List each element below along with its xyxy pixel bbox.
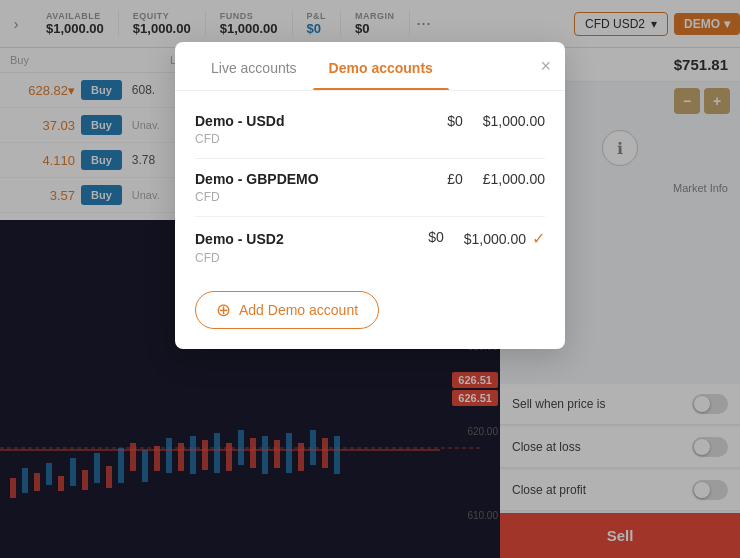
account-amounts-usd2: $0 $1,000.00 ✓ <box>428 229 545 248</box>
add-demo-account-button[interactable]: ⊕ Add Demo account <box>195 291 379 329</box>
active-check-icon: ✓ <box>532 229 545 248</box>
account-amounts-gbpdemo: £0 £1,000.00 <box>447 171 545 187</box>
account-name-usdd: Demo - USDd <box>195 113 284 129</box>
account-name-usd2: Demo - USD2 <box>195 231 284 247</box>
tab-demo-accounts[interactable]: Demo accounts <box>313 42 449 90</box>
account-amount1-gbpdemo: £0 <box>447 171 463 187</box>
add-account-label: Add Demo account <box>239 302 358 318</box>
account-amount1-usd2: $0 <box>428 229 444 248</box>
tab-live-accounts[interactable]: Live accounts <box>195 42 313 90</box>
account-row-gbpdemo[interactable]: Demo - GBPDEMO £0 £1,000.00 CFD <box>195 159 545 217</box>
plus-icon: ⊕ <box>216 301 231 319</box>
account-type-gbpdemo: CFD <box>195 190 220 204</box>
account-amount2-usdd: $1,000.00 <box>483 113 545 129</box>
account-type-usdd: CFD <box>195 132 220 146</box>
account-modal: Live accounts Demo accounts × Demo - USD… <box>175 42 565 349</box>
account-name-gbpdemo: Demo - GBPDEMO <box>195 171 319 187</box>
modal-body: Demo - USDd $0 $1,000.00 CFD Demo - GBPD… <box>175 91 565 349</box>
modal-close-button[interactable]: × <box>540 57 551 75</box>
account-amounts-usdd: $0 $1,000.00 <box>447 113 545 129</box>
account-row-usdd[interactable]: Demo - USDd $0 $1,000.00 CFD <box>195 101 545 159</box>
account-amount2-gbpdemo: £1,000.00 <box>483 171 545 187</box>
account-row-usd2[interactable]: Demo - USD2 $0 $1,000.00 ✓ CFD <box>195 217 545 277</box>
account-type-usd2: CFD <box>195 251 220 265</box>
modal-tabs: Live accounts Demo accounts × <box>175 42 565 91</box>
account-amount2-usd2: $1,000.00 ✓ <box>464 229 545 248</box>
account-amount1-usdd: $0 <box>447 113 463 129</box>
